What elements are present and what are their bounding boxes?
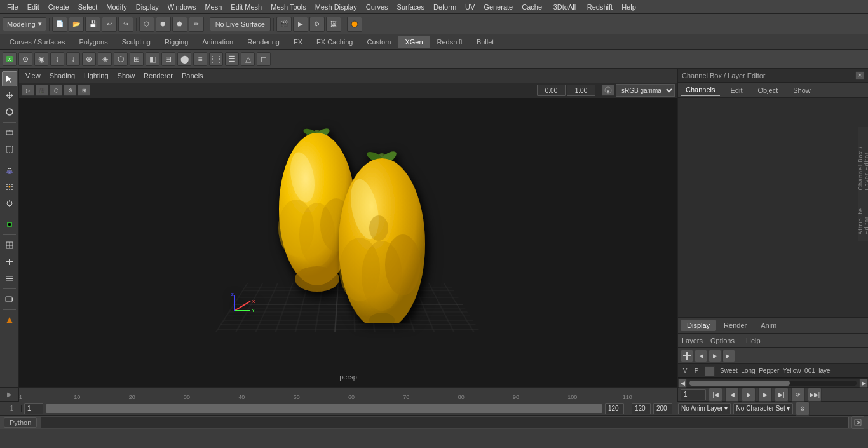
- icon-btn-5[interactable]: ↓: [66, 52, 80, 66]
- tab-object[interactable]: Object: [752, 85, 783, 95]
- icon-btn-17[interactable]: ◻: [257, 52, 271, 66]
- icon-btn-2[interactable]: ⊙: [18, 52, 32, 66]
- menu-select[interactable]: Select: [74, 2, 102, 12]
- icon-btn-14[interactable]: ⋮⋮: [209, 52, 223, 66]
- menu-mesh-tools[interactable]: Mesh Tools: [266, 2, 310, 12]
- render-settings-btn[interactable]: ⚙: [309, 17, 325, 32]
- soft-select-btn[interactable]: [2, 163, 17, 178]
- show-manipulator-btn[interactable]: [2, 217, 17, 232]
- layer-prev-btn[interactable]: ◀: [695, 350, 707, 362]
- menu-curves[interactable]: Curves: [362, 2, 393, 12]
- camera-btn[interactable]: [2, 292, 17, 307]
- select-tool-btn[interactable]: [2, 71, 17, 86]
- icon-btn-6[interactable]: ⊕: [82, 52, 96, 66]
- menu-create[interactable]: Create: [44, 2, 74, 12]
- menu-surfaces[interactable]: Surfaces: [393, 2, 429, 12]
- icon-btn-4[interactable]: ↕: [50, 52, 64, 66]
- tab-xgen[interactable]: XGen: [398, 36, 430, 48]
- anim-prev-key-btn[interactable]: |◀: [709, 388, 722, 402]
- channel-box-edge-label[interactable]: Channel Box / Layer Editor: [857, 133, 869, 190]
- attribute-editor-edge-label[interactable]: Attribute Editor: [857, 203, 869, 235]
- icon-btn-9[interactable]: ⊞: [130, 52, 144, 66]
- marquee-btn[interactable]: [2, 142, 17, 157]
- minus-btn[interactable]: [2, 271, 17, 286]
- icon-btn-12[interactable]: ⬤: [177, 52, 191, 66]
- no-character-set-dropdown[interactable]: No Character Set▾: [733, 403, 793, 414]
- anim-range-end[interactable]: 120: [605, 403, 624, 414]
- paint-select-btn[interactable]: ✏: [189, 17, 204, 32]
- menu-display[interactable]: Display: [132, 2, 163, 12]
- plus-btn[interactable]: [2, 254, 17, 269]
- vp-btn-2[interactable]: 🎥: [36, 85, 48, 96]
- tab-custom[interactable]: Custom: [360, 36, 398, 48]
- render-btn[interactable]: 🎬: [276, 17, 292, 32]
- menu-redshift[interactable]: Redshift: [583, 2, 617, 12]
- anim-prev-frame-btn[interactable]: ◀: [725, 388, 739, 402]
- icon-btn-16[interactable]: △: [241, 52, 255, 66]
- xgen-icon-btn[interactable]: X: [3, 52, 17, 66]
- tab-rendering[interactable]: Rendering: [240, 36, 287, 48]
- menu-windows[interactable]: Windows: [163, 2, 201, 12]
- menu-file[interactable]: File: [3, 2, 23, 12]
- lasso-select-btn[interactable]: ⬟: [172, 17, 187, 32]
- anim-range-end2[interactable]: 120: [632, 403, 651, 414]
- last-tool-btn[interactable]: [2, 125, 17, 140]
- icon-btn-11[interactable]: ⊟: [161, 52, 175, 66]
- tab-polygons[interactable]: Polygons: [72, 36, 114, 48]
- tab-redshift[interactable]: Redshift: [430, 36, 470, 48]
- no-anim-layer-dropdown[interactable]: No Anim Layer▾: [678, 403, 731, 414]
- scrollbar-track[interactable]: [689, 381, 857, 386]
- redo-btn[interactable]: ↪: [118, 17, 133, 32]
- layers-options-btn[interactable]: Options: [707, 336, 738, 345]
- anim-next-key-btn[interactable]: ▶|: [775, 388, 789, 402]
- tab-animation[interactable]: Animation: [195, 36, 240, 48]
- circle-icon-btn[interactable]: [347, 17, 362, 32]
- tab-fx[interactable]: FX: [287, 36, 309, 48]
- anim-range-slider[interactable]: [46, 404, 602, 413]
- scroll-left-btn[interactable]: ◀: [678, 379, 687, 388]
- menu-generate[interactable]: Generate: [479, 2, 517, 12]
- anim-play-btn[interactable]: ▶: [742, 388, 756, 402]
- viewport-canvas[interactable]: X Y Z persp: [19, 98, 677, 387]
- open-scene-btn[interactable]: 📂: [69, 17, 84, 32]
- vp-gamma-icon[interactable]: γ: [602, 85, 614, 96]
- icon-btn-13[interactable]: ≡: [193, 52, 207, 66]
- anim-next-frame-btn[interactable]: ▶: [758, 388, 772, 402]
- menu-mesh-display[interactable]: Mesh Display: [311, 2, 362, 12]
- grid-display-btn[interactable]: [2, 238, 17, 253]
- rotate-tool-btn[interactable]: [2, 104, 17, 119]
- tab-show[interactable]: Show: [788, 85, 816, 95]
- scroll-right-btn[interactable]: ▶: [859, 379, 868, 388]
- no-live-surface-btn[interactable]: No Live Surface: [210, 17, 271, 31]
- menu-mesh[interactable]: Mesh: [200, 2, 226, 12]
- vp-btn-4[interactable]: ⚙: [64, 85, 76, 96]
- icon-btn-7[interactable]: ◈: [98, 52, 112, 66]
- render-proxy-btn[interactable]: [2, 313, 17, 328]
- anim-range-start[interactable]: 1: [24, 403, 43, 414]
- tab-sculpting[interactable]: Sculpting: [115, 36, 158, 48]
- layer-end-btn[interactable]: ▶|: [722, 350, 735, 362]
- anim-end-btn[interactable]: ▶▶|: [808, 388, 822, 402]
- undo-btn[interactable]: ↩: [102, 17, 117, 32]
- anim-range-max[interactable]: 200: [653, 403, 672, 414]
- menu-uv[interactable]: UV: [461, 2, 479, 12]
- vp-btn-3[interactable]: ⬡: [50, 85, 62, 96]
- icon-btn-3[interactable]: ◉: [34, 52, 48, 66]
- dt-render[interactable]: Render: [717, 320, 753, 331]
- new-scene-btn[interactable]: 📄: [52, 17, 67, 32]
- vp-btn-5[interactable]: ⊞: [78, 85, 90, 96]
- python-tab[interactable]: Python: [4, 417, 37, 428]
- vp-shading-menu[interactable]: Shading: [46, 71, 79, 81]
- panel-close-btn[interactable]: ✕: [855, 71, 864, 80]
- dt-display[interactable]: Display: [681, 320, 716, 331]
- layer-new-btn[interactable]: [681, 350, 693, 362]
- ipr-btn[interactable]: ▶: [293, 17, 308, 32]
- icon-btn-8[interactable]: ⬡: [114, 52, 128, 66]
- menu-edit-mesh[interactable]: Edit Mesh: [226, 2, 266, 12]
- mode-dropdown[interactable]: Modeling ▾: [3, 17, 46, 31]
- python-run-btn[interactable]: [851, 416, 864, 429]
- tab-channels[interactable]: Channels: [681, 85, 720, 96]
- icon-btn-10[interactable]: ◧: [146, 52, 159, 66]
- menu-edit[interactable]: Edit: [23, 2, 44, 12]
- menu-modify[interactable]: Modify: [102, 2, 131, 12]
